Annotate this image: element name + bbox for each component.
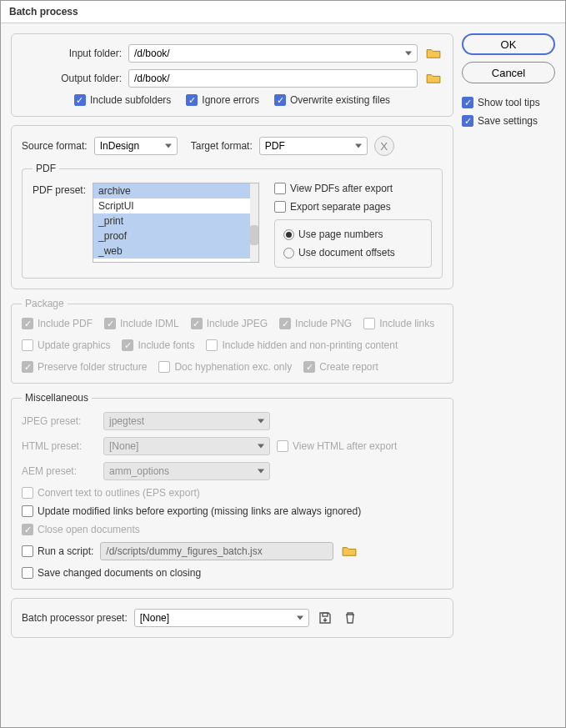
source-format-select[interactable]: InDesign [94,137,178,155]
doc-hyphenation-label: Doc hyphenation exc. only [174,361,292,373]
list-item[interactable]: _print [93,213,250,228]
close-docs-label: Close open documents [38,524,140,535]
overwrite-checkbox[interactable] [274,94,286,106]
convert-outlines-checkbox [22,487,33,499]
include-hidden-checkbox [206,339,218,351]
create-report-label: Create report [319,361,378,373]
format-panel: Source format: InDesign Target format: P… [11,125,453,289]
preserve-structure-label: Preserve folder structure [38,361,147,373]
include-idml-label: Include IDML [120,318,179,329]
update-links-checkbox[interactable] [22,505,33,517]
include-links-label: Include links [379,318,434,329]
run-script-label: Run a script: [38,545,93,557]
update-graphics-label: Update graphics [38,339,110,351]
browse-input-button[interactable] [424,44,443,63]
folders-panel: Input folder: Output folder: Include sub… [11,33,453,117]
use-page-numbers-label: Use page numbers [298,228,383,240]
package-legend: Package [22,298,68,309]
include-png-label: Include PNG [295,318,352,329]
create-report-checkbox [303,361,315,373]
show-tooltips-checkbox[interactable] [462,97,473,108]
package-fieldset: Package Include PDF Include IDML Include… [11,298,453,384]
input-folder-label: Input folder: [22,48,122,59]
save-preset-button[interactable] [316,609,334,627]
update-links-label: Update modified links before exporting (… [38,505,361,517]
jpeg-preset-select: jpegtest [103,412,270,430]
source-format-label: Source format: [22,140,88,152]
batch-preset-label: Batch processor preset: [22,612,128,624]
save-settings-checkbox[interactable] [462,115,473,127]
target-format-label: Target format: [191,140,253,152]
content-area: Input folder: Output folder: Include sub… [1,23,565,727]
view-pdfs-label: View PDFs after export [290,183,393,194]
include-pdf-label: Include PDF [38,318,93,329]
jpeg-preset-label: JPEG preset: [22,415,97,427]
convert-outlines-label: Convert text to outlines (EPS export) [38,487,200,499]
html-preset-select: [None] [103,437,270,455]
include-png-checkbox [279,318,291,329]
separate-pages-checkbox[interactable] [274,201,286,213]
include-jpeg-label: Include JPEG [207,318,268,329]
save-changed-checkbox[interactable] [22,567,33,579]
include-jpeg-checkbox [191,318,203,329]
list-item[interactable]: archive [93,183,250,198]
update-graphics-checkbox [22,339,33,351]
use-page-numbers-radio[interactable] [283,229,294,240]
clear-format-button[interactable]: X [374,136,394,156]
browse-output-button[interactable] [424,69,443,88]
main-column: Input folder: Output folder: Include sub… [11,33,453,717]
svg-rect-0 [323,613,328,616]
overwrite-label: Overwrite existing files [290,94,390,106]
doc-hyphenation-checkbox [158,361,170,373]
use-doc-offsets-radio[interactable] [283,248,294,259]
misc-fieldset: Miscellaneous JPEG preset: jpegtest HTML… [11,392,453,590]
run-script-checkbox[interactable] [22,545,33,557]
input-folder-field[interactable] [128,44,418,63]
aem-preset-label: AEM preset: [22,465,97,477]
include-fonts-label: Include fonts [138,339,194,351]
ok-button[interactable]: OK [462,33,555,55]
dialog-window: Batch process Input folder: Output folde… [0,0,566,728]
listbox-scrollbar[interactable] [250,183,258,262]
output-folder-label: Output folder: [22,73,122,84]
close-docs-checkbox [22,524,33,535]
include-idml-checkbox [104,318,116,329]
list-item[interactable]: _proof [93,228,250,244]
include-subfolders-label: Include subfolders [90,94,171,106]
include-links-checkbox [363,318,375,329]
separate-pages-label: Export separate pages [290,201,391,213]
batch-preset-select[interactable]: [None] [134,609,309,627]
include-subfolders-checkbox[interactable] [74,94,86,106]
ignore-errors-label: Ignore errors [202,94,259,106]
include-fonts-checkbox [122,339,133,351]
show-tooltips-label: Show tool tips [478,97,540,108]
ignore-errors-checkbox[interactable] [186,94,198,106]
use-doc-offsets-label: Use document offsets [298,247,395,259]
output-folder-field[interactable] [128,69,418,88]
include-hidden-label: Include hidden and non-printing content [222,339,398,351]
target-format-select[interactable]: PDF [259,137,368,155]
page-numbering-group: Use page numbers Use document offsets [274,219,432,268]
list-item[interactable]: ScriptUI [93,198,250,213]
view-html-label: View HTML after export [293,440,397,452]
side-column: OK Cancel Show tool tips Save settings [462,33,555,717]
aem-preset-select: amm_options [103,462,270,480]
pdf-preset-label: PDF preset: [33,183,86,196]
html-preset-label: HTML preset: [22,440,97,452]
save-changed-label: Save changed documents on closing [38,567,201,579]
view-pdfs-checkbox[interactable] [274,183,286,194]
pdf-legend: PDF [33,163,59,174]
view-html-checkbox [277,440,288,452]
cancel-button[interactable]: Cancel [462,62,555,83]
pdf-fieldset: PDF PDF preset: archive ScriptUI _print … [22,163,443,279]
window-title: Batch process [1,1,565,23]
include-pdf-checkbox [22,318,33,329]
delete-preset-button[interactable] [341,609,359,627]
batch-preset-panel: Batch processor preset: [None] [11,598,453,638]
pdf-preset-listbox[interactable]: archive ScriptUI _print _proof _web [93,183,259,263]
misc-legend: Miscellaneous [22,392,92,404]
save-settings-label: Save settings [478,115,538,127]
browse-script-button[interactable] [340,542,358,560]
list-item[interactable]: _web [93,244,250,259]
preserve-structure-checkbox [22,361,33,373]
